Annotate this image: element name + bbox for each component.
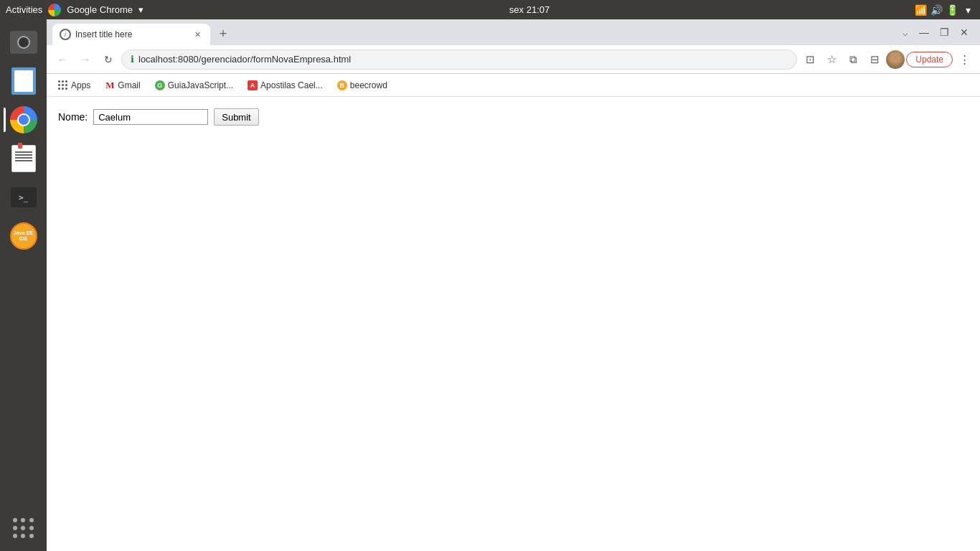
browser-window: Insert title here ✕ + ⌵ — ❐ ✕ ← → ↻ ℹ lo… [47, 19, 980, 551]
back-button[interactable]: ← [52, 50, 72, 70]
browser-name-label: Google Chrome [67, 4, 133, 15]
sidebar-button[interactable]: ⊟ [864, 50, 885, 70]
submit-button[interactable]: Submit [214, 108, 258, 126]
tab-close-button[interactable]: ✕ [192, 29, 203, 40]
bookmark-apostilas-label: Apostilas Cael... [260, 80, 323, 90]
taskbar-item-chrome[interactable] [6, 103, 41, 137]
activities-button[interactable]: Activities [6, 4, 42, 15]
terminal-icon: >_ [11, 187, 37, 207]
main-area: >_ Java EEIDE Insert tit [0, 19, 980, 551]
bookmark-beecrowd[interactable]: B beecrowd [331, 78, 393, 93]
taskbar-item-notepad[interactable] [6, 141, 41, 176]
bookmark-gmail-label: Gmail [118, 80, 140, 90]
new-tab-button[interactable]: + [213, 24, 233, 44]
tab-controls: ⌵ [895, 24, 914, 42]
chrome-taskbar-icon [48, 4, 61, 17]
page-content: Nome: Submit [47, 97, 980, 551]
apostilas-icon: A [248, 80, 258, 90]
bookmark-apps-label: Apps [71, 80, 90, 90]
cast-button[interactable]: ⊡ [800, 50, 820, 70]
dot-4 [13, 526, 17, 530]
dot-8 [21, 534, 25, 538]
gmail-icon: M [105, 80, 115, 90]
taskbar-item-terminal[interactable]: >_ [6, 180, 41, 215]
apps-icon [58, 80, 68, 90]
avatar-image [886, 50, 905, 69]
avatar[interactable] [886, 50, 905, 69]
update-button[interactable]: Update [906, 52, 953, 67]
dot-7 [13, 534, 17, 538]
url-text: localhost:8080/gerenciador/formNovaEmpre… [138, 54, 788, 65]
beecrowd-icon: B [337, 80, 347, 90]
bookmark-guiajs-label: GuiaJavaScript... [168, 80, 233, 90]
system-bar-left: Activities Google Chrome ▾ [6, 4, 143, 17]
dot-3 [29, 518, 34, 522]
form-row: Nome: Submit [58, 108, 969, 126]
wifi-icon: 📶 [915, 4, 927, 16]
toolbar-right: ⊡ ☆ ⧉ ⊟ Update ⋮ [800, 50, 974, 70]
volume-icon: 🔊 [931, 4, 943, 16]
bookmark-beecrowd-label: beecrowd [350, 80, 387, 90]
dot-5 [21, 526, 25, 530]
dropdown-arrow-icon[interactable]: ▾ [138, 4, 143, 15]
dot-6 [29, 526, 34, 530]
battery-icon: 🔋 [947, 4, 958, 16]
dot-2 [21, 518, 25, 522]
window-controls: — ❐ ✕ [914, 22, 974, 42]
camera-icon [10, 31, 37, 54]
taskbar-item-java-ide[interactable]: Java EEIDE [6, 219, 41, 253]
forward-button[interactable]: → [75, 50, 95, 70]
app-grid-icon [10, 514, 37, 542]
browser-tab-active[interactable]: Insert title here ✕ [52, 24, 210, 45]
files-icon [11, 67, 36, 95]
system-tray: 📶 🔊 🔋 ▾ [915, 4, 974, 16]
minimize-button[interactable]: — [914, 22, 934, 42]
java-ide-icon: Java EEIDE [10, 222, 37, 250]
extensions-button[interactable]: ⧉ [843, 50, 863, 70]
bookmark-apps[interactable]: Apps [52, 78, 96, 93]
dropdown-icon[interactable]: ▾ [963, 4, 974, 16]
tab-title: Insert title here [75, 29, 187, 39]
maximize-button[interactable]: ❐ [934, 22, 954, 42]
taskbar-item-screenshot[interactable] [6, 25, 41, 60]
tab-search-button[interactable]: ⌵ [895, 24, 914, 42]
notepad-icon [11, 145, 36, 172]
taskbar: >_ Java EEIDE [0, 19, 47, 551]
url-bar[interactable]: ℹ localhost:8080/gerenciador/formNovaEmp… [121, 50, 797, 70]
bookmark-button[interactable]: ☆ [821, 50, 842, 70]
reload-button[interactable]: ↻ [98, 50, 118, 70]
address-bar: ← → ↻ ℹ localhost:8080/gerenciador/formN… [47, 45, 980, 74]
system-time: sex 21:07 [509, 4, 550, 15]
taskbar-item-app-grid[interactable] [6, 511, 41, 545]
menu-button[interactable]: ⋮ [954, 50, 974, 70]
name-label: Nome: [58, 111, 88, 123]
dot-1 [13, 518, 17, 522]
dot-9 [29, 534, 34, 538]
security-icon: ℹ [131, 54, 134, 65]
name-input[interactable] [93, 109, 208, 125]
tab-bar: Insert title here ✕ + ⌵ — ❐ ✕ [47, 19, 980, 45]
bookmark-gmail[interactable]: M Gmail [99, 78, 146, 93]
taskbar-item-files[interactable] [6, 64, 41, 98]
bookmark-apostilas[interactable]: A Apostilas Cael... [242, 78, 329, 93]
chrome-icon [10, 106, 37, 133]
close-button[interactable]: ✕ [954, 22, 974, 42]
bookmarks-bar: Apps M Gmail G GuiaJavaScript... A Apost… [47, 74, 980, 97]
bookmark-guia-js[interactable]: G GuiaJavaScript... [149, 78, 239, 93]
system-bar: Activities Google Chrome ▾ sex 21:07 📶 🔊… [0, 0, 980, 19]
guiajs-icon: G [155, 80, 165, 90]
tab-favicon [60, 29, 71, 40]
